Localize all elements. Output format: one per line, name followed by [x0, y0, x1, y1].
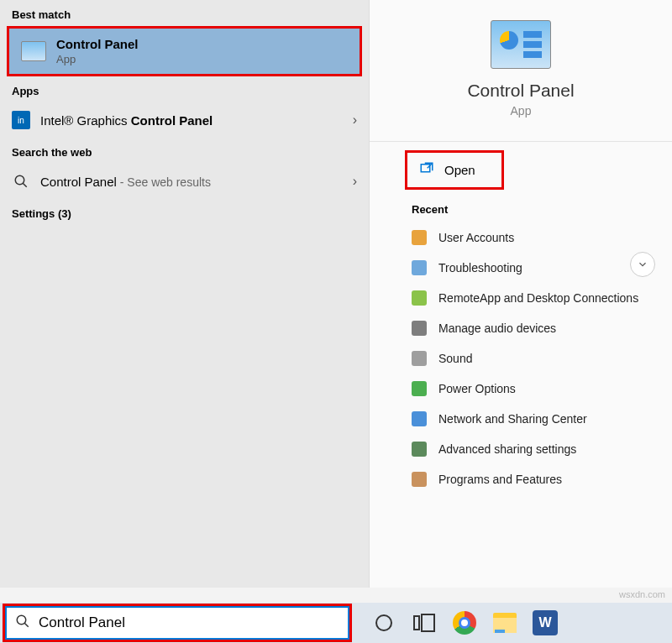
recent-item-sharing[interactable]: Advanced sharing settings [370, 434, 672, 464]
programs-icon [412, 472, 427, 487]
recent-label: Sound [438, 352, 472, 365]
recent-header: Recent [370, 190, 672, 222]
recent-label: RemoteApp and Desktop Connections [438, 291, 638, 305]
best-match-title: Control Panel [56, 37, 139, 51]
recent-item-user-accounts[interactable]: User Accounts [370, 222, 672, 253]
control-panel-large-icon [491, 20, 551, 69]
svg-line-4 [24, 623, 29, 627]
recent-item-troubleshooting[interactable]: Troubleshooting [370, 253, 672, 283]
preview-subtitle: App [370, 104, 672, 118]
recent-label: Troubleshooting [438, 261, 522, 274]
troubleshooting-icon [412, 260, 427, 275]
open-label: Open [444, 163, 475, 177]
recent-item-power[interactable]: Power Options [370, 374, 672, 404]
app-item-intel-graphics[interactable]: in Intel® Graphics Control Panel › [0, 102, 369, 138]
taskbar-search-box[interactable] [5, 606, 349, 640]
recent-item-sound[interactable]: Sound [370, 343, 672, 374]
cortana-icon[interactable] [370, 609, 398, 637]
chevron-right-icon: › [353, 112, 357, 128]
open-icon [419, 161, 434, 179]
recent-label: User Accounts [438, 231, 514, 244]
control-panel-icon [21, 41, 46, 61]
intel-icon: in [12, 111, 30, 129]
preview-header: Control Panel App [370, 0, 672, 128]
recent-label: Advanced sharing settings [438, 442, 576, 456]
file-explorer-icon[interactable] [491, 609, 519, 637]
settings-header[interactable]: Settings (3) [0, 199, 369, 225]
chrome-icon[interactable] [450, 609, 479, 637]
chevron-right-icon: › [353, 174, 357, 189]
recent-item-remoteapp[interactable]: RemoteApp and Desktop Connections [370, 283, 672, 313]
audio-icon [412, 321, 427, 336]
sharing-icon [412, 442, 427, 457]
svg-point-0 [15, 175, 24, 185]
svg-point-3 [17, 615, 26, 625]
power-icon [412, 381, 427, 396]
web-header: Search the web [0, 138, 369, 164]
recent-item-audio[interactable]: Manage audio devices [370, 313, 672, 343]
taskbar: W [0, 603, 672, 643]
taskbar-icons: W [370, 609, 559, 637]
recent-label: Power Options [438, 382, 516, 395]
recent-label: Network and Sharing Center [438, 412, 587, 426]
best-match-item[interactable]: Control Panel App [7, 26, 362, 76]
svg-rect-7 [422, 614, 434, 631]
open-button[interactable]: Open [405, 150, 504, 190]
preview-panel: Control Panel App Open Recent User Accou… [370, 0, 672, 588]
user-accounts-icon [412, 230, 427, 245]
web-search-item[interactable]: Control Panel - See web results › [0, 164, 369, 199]
word-icon[interactable]: W [531, 609, 559, 637]
divider [370, 141, 672, 142]
network-icon [412, 411, 427, 426]
best-match-header: Best match [0, 0, 369, 26]
watermark: wsxdn.com [619, 589, 665, 599]
recent-item-programs[interactable]: Programs and Features [370, 464, 672, 494]
search-input[interactable] [39, 614, 339, 631]
apps-header: Apps [0, 76, 369, 102]
search-results-panel: Best match Control Panel App Apps in Int… [0, 0, 370, 588]
svg-rect-6 [414, 616, 419, 630]
task-view-icon[interactable] [410, 609, 438, 637]
svg-line-1 [23, 183, 27, 187]
recent-list: User Accounts Troubleshooting RemoteApp … [370, 222, 672, 494]
search-icon [12, 172, 30, 191]
search-icon [15, 614, 30, 632]
preview-title: Control Panel [370, 81, 672, 101]
expand-chevron-button[interactable] [630, 252, 655, 277]
remoteapp-icon [412, 290, 427, 306]
sound-icon [412, 351, 427, 366]
web-item-label: Control Panel - See web results [40, 175, 211, 189]
recent-item-network[interactable]: Network and Sharing Center [370, 404, 672, 434]
app-item-label: Intel® Graphics Control Panel [40, 113, 213, 128]
svg-rect-2 [421, 165, 430, 172]
recent-label: Programs and Features [438, 473, 562, 486]
recent-label: Manage audio devices [438, 322, 556, 335]
best-match-subtitle: App [56, 53, 139, 65]
svg-point-5 [376, 615, 391, 630]
best-match-text: Control Panel App [56, 37, 139, 65]
